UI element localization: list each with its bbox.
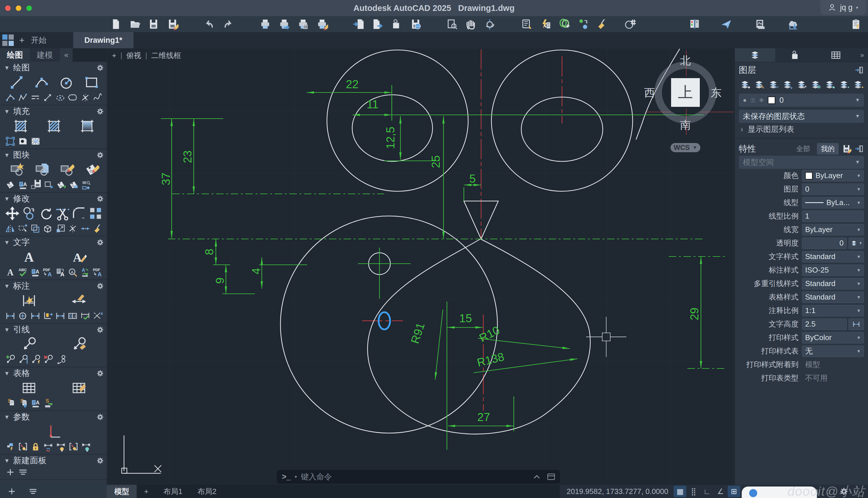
- app-menu-icon[interactable]: [2, 35, 14, 46]
- property-value-多重引线样式[interactable]: Standard▼: [802, 278, 864, 289]
- zoom-window-button[interactable]: [445, 17, 459, 31]
- auto-constrain-tool[interactable]: [4, 441, 17, 453]
- section-collapse-caret[interactable]: ▼: [4, 283, 10, 289]
- section-settings-gear-icon[interactable]: [96, 239, 104, 246]
- section-collapse-caret[interactable]: ▼: [4, 108, 10, 115]
- lock-param-tool[interactable]: [29, 441, 42, 453]
- layout-tab-布局1[interactable]: 布局1: [156, 485, 190, 498]
- param-bulb-tool[interactable]: [80, 441, 92, 453]
- section-collapse-caret[interactable]: ▼: [4, 196, 10, 202]
- offset-tool[interactable]: [29, 223, 42, 235]
- new-button[interactable]: [109, 17, 123, 31]
- property-value-表格样式[interactable]: Standard▼: [802, 291, 864, 303]
- batch-plot-button[interactable]: [296, 17, 310, 31]
- layout-tab-布局2[interactable]: 布局2: [190, 485, 224, 498]
- dim-style-tool[interactable]: [54, 291, 104, 310]
- pdf-update-tool[interactable]: [92, 266, 104, 278]
- section-settings-gear-icon[interactable]: [96, 64, 104, 71]
- mirror-tool[interactable]: [4, 223, 17, 235]
- move-tool[interactable]: [4, 204, 21, 223]
- arc-tool[interactable]: [29, 73, 54, 92]
- property-value-线宽[interactable]: ByLayer▼: [802, 224, 864, 236]
- section-collapse-caret[interactable]: ▼: [4, 458, 10, 464]
- table-download-tool[interactable]: [17, 397, 29, 409]
- open-button[interactable]: [128, 17, 142, 31]
- plot-button[interactable]: [258, 17, 272, 31]
- section-collapse-caret[interactable]: ▼: [4, 414, 10, 420]
- pan-button[interactable]: [464, 17, 478, 31]
- ribbon-tab-model[interactable]: 建模: [30, 48, 60, 62]
- block-replace-tool[interactable]: [80, 179, 92, 191]
- tab-layers[interactable]: [735, 48, 775, 62]
- clean-tool[interactable]: [92, 223, 104, 235]
- layer-off-button[interactable]: ●: [824, 79, 836, 91]
- attribute-sync-tool[interactable]: [55, 179, 67, 191]
- section-collapse-caret[interactable]: ▼: [4, 370, 10, 377]
- property-value-线型[interactable]: ByLa...▼: [802, 197, 864, 209]
- edit-properties-icon[interactable]: [842, 144, 851, 154]
- solid-fill-tool[interactable]: [17, 135, 29, 147]
- geolocation-button[interactable]: [557, 17, 571, 31]
- redo-button[interactable]: [221, 17, 235, 31]
- table-sync-tool[interactable]: [42, 397, 55, 409]
- properties-pin-icon[interactable]: [854, 144, 864, 154]
- property-value-注释比例[interactable]: 1:1▼: [802, 305, 864, 316]
- text-height-pick-icon[interactable]: [849, 318, 864, 330]
- leader-style-tool[interactable]: [54, 335, 104, 354]
- single-text-tool[interactable]: [4, 266, 17, 278]
- line-tool[interactable]: [4, 73, 29, 92]
- block-create-tool[interactable]: [29, 160, 54, 179]
- define-attribute-tool[interactable]: [42, 179, 55, 191]
- leader-flash-tool[interactable]: [29, 354, 42, 366]
- panel-pin-icon[interactable]: [854, 65, 864, 75]
- dim-check-tool[interactable]: [79, 310, 92, 322]
- grid-toggle[interactable]: ▦: [674, 486, 686, 497]
- viewport-visual-style-control[interactable]: 二维线框: [151, 51, 181, 61]
- pdf-import-text-tool[interactable]: [42, 266, 54, 278]
- ortho-toggle[interactable]: ∟: [701, 486, 713, 497]
- layer-lock-button[interactable]: ▪: [838, 79, 850, 91]
- cloud-storage-button[interactable]: [786, 17, 800, 31]
- dim-baseline-tool[interactable]: [29, 310, 42, 322]
- mtext-tool[interactable]: [4, 248, 54, 266]
- tab-start[interactable]: 开始: [20, 32, 57, 48]
- property-value-打印样式[interactable]: ByColor▼: [802, 332, 864, 343]
- object-snap-toggle[interactable]: ⊞: [728, 486, 740, 497]
- tab-xref[interactable]: [775, 48, 816, 62]
- attach-button[interactable]: [390, 17, 404, 31]
- leader-align-tool[interactable]: [17, 354, 29, 366]
- wipeout-tool[interactable]: [29, 135, 42, 147]
- property-value-透明度[interactable]: 0: [802, 237, 847, 249]
- section-settings-gear-icon[interactable]: [96, 413, 104, 421]
- text-sync-tool[interactable]: [79, 266, 92, 278]
- explode-tool[interactable]: [42, 223, 54, 235]
- leader-collect-tool[interactable]: [55, 354, 67, 366]
- table-export-tool[interactable]: [4, 397, 17, 409]
- layer-properties-button[interactable]: ●: [739, 79, 751, 91]
- boundary-tool[interactable]: [4, 135, 17, 147]
- polyline-tool[interactable]: [17, 92, 29, 104]
- spell-check-tool[interactable]: [17, 266, 29, 278]
- find-text-tool[interactable]: [67, 266, 79, 278]
- array-tool[interactable]: [87, 204, 104, 223]
- panel-list-tool[interactable]: [17, 466, 29, 478]
- layer-freeze-button[interactable]: ❄: [810, 79, 822, 91]
- panel-list-icon[interactable]: [28, 486, 38, 496]
- stretch-tool[interactable]: [17, 223, 29, 235]
- viewcube-west[interactable]: 西: [644, 86, 655, 100]
- polar-tracking-toggle[interactable]: ∠: [714, 486, 727, 497]
- layer-unlock-button[interactable]: ▪: [852, 79, 864, 91]
- tool-palettes-button[interactable]: [519, 17, 534, 31]
- section-settings-gear-icon[interactable]: [96, 282, 104, 290]
- break-x-tool[interactable]: [67, 223, 79, 235]
- scale-tool[interactable]: [54, 223, 67, 235]
- viewcube-top-face[interactable]: 上: [671, 78, 700, 107]
- layer-edit-button[interactable]: ✎: [753, 79, 765, 91]
- attribute-manage-tool[interactable]: [67, 179, 80, 191]
- circle-tool[interactable]: [54, 73, 79, 92]
- page-setup-button[interactable]: [315, 17, 329, 31]
- viewcube-east[interactable]: 东: [711, 86, 722, 100]
- layer-isolate-button[interactable]: ↘: [781, 79, 794, 91]
- table-column-tool[interactable]: [29, 397, 42, 409]
- layer-unisolate-button[interactable]: ↗: [795, 79, 808, 91]
